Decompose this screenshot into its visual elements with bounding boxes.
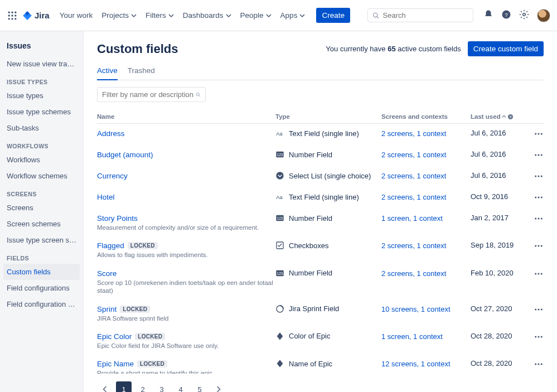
svg-point-48 — [541, 273, 543, 274]
nav-your-work[interactable]: Your work — [55, 8, 98, 23]
last-used: Oct 28, 2020 — [471, 332, 532, 340]
last-used: Oct 9, 2016 — [471, 192, 532, 201]
row-actions-menu[interactable] — [532, 241, 544, 253]
screens-link[interactable]: 2 screens, 1 context — [381, 129, 446, 138]
svg-text:123: 123 — [277, 153, 283, 157]
sidebar-item-issue-types[interactable]: Issue types — [3, 88, 80, 104]
screens-link[interactable]: 12 screens, 1 context — [381, 360, 451, 368]
row-actions-menu[interactable] — [532, 269, 544, 280]
locked-badge: LOCKED — [128, 242, 158, 249]
field-name-link[interactable]: Epic Color — [97, 332, 132, 341]
col-last-used[interactable]: Last used ? — [471, 113, 532, 120]
svg-point-14 — [196, 93, 199, 95]
screens-link[interactable]: 1 screen, 1 context — [381, 214, 443, 222]
type-icon — [275, 359, 284, 368]
field-description: Measurement of complexity and/or size of… — [97, 224, 275, 231]
user-avatar[interactable] — [537, 9, 550, 22]
screens-link[interactable]: 2 screens, 1 context — [381, 269, 446, 278]
row-actions-menu[interactable] — [532, 171, 544, 183]
app-switcher-icon[interactable] — [7, 10, 18, 21]
row-actions-menu[interactable] — [532, 192, 544, 204]
type-icon: Aa — [275, 129, 284, 138]
page-1[interactable]: 1 — [116, 381, 132, 392]
svg-point-58 — [541, 364, 543, 365]
row-actions-menu[interactable] — [532, 304, 544, 316]
filter-input[interactable] — [102, 90, 196, 99]
page-5[interactable]: 5 — [192, 381, 207, 392]
nav-filters[interactable]: Filters — [141, 8, 178, 23]
field-name-link[interactable]: Flagged — [97, 241, 124, 250]
field-name-link[interactable]: Sprint — [97, 305, 117, 313]
field-name-link[interactable]: Address — [97, 129, 125, 138]
notifications-icon[interactable] — [483, 9, 493, 21]
svg-point-19 — [535, 133, 536, 135]
page-next[interactable] — [211, 381, 226, 392]
screens-link[interactable]: 2 screens, 1 context — [381, 193, 446, 201]
table-row: Story PointsMeasurement of complexity an… — [97, 209, 544, 236]
nav-people[interactable]: People — [236, 8, 276, 23]
page-prev[interactable] — [97, 381, 113, 392]
svg-point-2 — [14, 11, 16, 13]
row-actions-menu[interactable] — [532, 332, 544, 343]
sidebar-item-workflow-schemes[interactable]: Workflow schemes — [3, 168, 80, 184]
screens-link[interactable]: 2 screens, 1 context — [381, 172, 446, 180]
jira-logo[interactable]: Jira — [22, 11, 50, 21]
tab-active[interactable]: Active — [97, 66, 118, 80]
sidebar-item-field-configuration-schemes[interactable]: Field configuration schemes — [3, 296, 80, 312]
svg-point-7 — [11, 18, 13, 20]
search-box[interactable] — [367, 8, 473, 22]
field-name-link[interactable]: Currency — [97, 172, 128, 180]
type-icon: 123 — [275, 214, 284, 222]
help-icon[interactable]: ? — [501, 9, 511, 21]
screens-link[interactable]: 2 screens, 1 context — [381, 241, 446, 250]
row-actions-menu[interactable] — [532, 359, 544, 371]
field-name-link[interactable]: Hotel — [97, 193, 115, 201]
create-custom-field-button[interactable]: Create custom field — [468, 41, 544, 56]
nav-apps[interactable]: Apps — [276, 8, 310, 23]
sidebar-item-issue-type-screen-schemes[interactable]: Issue type screen schemes — [3, 232, 80, 248]
create-button[interactable]: Create — [316, 8, 350, 23]
sidebar-item-field-configurations[interactable]: Field configurations — [3, 280, 80, 296]
nav-dashboards[interactable]: Dashboards — [178, 8, 236, 23]
row-actions-menu[interactable] — [532, 150, 544, 162]
field-name-link[interactable]: Budget (amount) — [97, 151, 153, 159]
page-2[interactable]: 2 — [135, 381, 151, 392]
sidebar-item-new-issue-view-transition[interactable]: New issue view transition — [3, 56, 80, 72]
col-name[interactable]: Name — [97, 113, 275, 120]
field-name-link[interactable]: Epic Name — [97, 360, 134, 368]
table-row: ScoreScore op 10 (omrekenen indien toets… — [97, 264, 544, 299]
screens-link[interactable]: 10 screens, 1 context — [381, 305, 451, 313]
search-input[interactable] — [383, 11, 469, 20]
sidebar-item-screen-schemes[interactable]: Screen schemes — [3, 216, 80, 232]
locked-badge: LOCKED — [120, 306, 150, 313]
nav-projects[interactable]: Projects — [97, 8, 141, 23]
svg-point-57 — [538, 364, 540, 365]
info-icon[interactable]: ? — [507, 114, 514, 120]
svg-point-33 — [538, 197, 540, 199]
sidebar-item-screens[interactable]: Screens — [3, 200, 80, 216]
sidebar-item-workflows[interactable]: Workflows — [3, 152, 80, 168]
sidebar-item-custom-fields[interactable]: Custom fields — [3, 264, 80, 280]
svg-point-9 — [374, 13, 377, 17]
page-3[interactable]: 3 — [154, 381, 169, 392]
col-screens[interactable]: Screens and contexts — [381, 113, 471, 120]
screens-link[interactable]: 1 screen, 1 context — [381, 332, 443, 341]
svg-point-26 — [541, 154, 543, 156]
sidebar-item-sub-tasks[interactable]: Sub-tasks — [3, 120, 80, 136]
row-actions-menu[interactable] — [532, 214, 544, 225]
svg-point-47 — [538, 273, 540, 274]
screens-link[interactable]: 2 screens, 1 context — [381, 151, 446, 159]
row-actions-menu[interactable] — [532, 129, 544, 141]
settings-icon[interactable] — [519, 9, 529, 21]
tab-trashed[interactable]: Trashed — [128, 66, 155, 80]
svg-point-27 — [276, 172, 283, 179]
sidebar-item-issue-type-schemes[interactable]: Issue type schemes — [3, 104, 80, 120]
page-4[interactable]: 4 — [173, 381, 188, 392]
field-name-link[interactable]: Story Points — [97, 214, 138, 222]
svg-point-5 — [14, 14, 16, 16]
filter-box[interactable] — [97, 87, 206, 102]
col-type[interactable]: Type — [275, 113, 381, 120]
chevron-down-icon — [168, 13, 174, 18]
svg-text:Aa: Aa — [276, 195, 283, 200]
field-name-link[interactable]: Score — [97, 269, 117, 278]
